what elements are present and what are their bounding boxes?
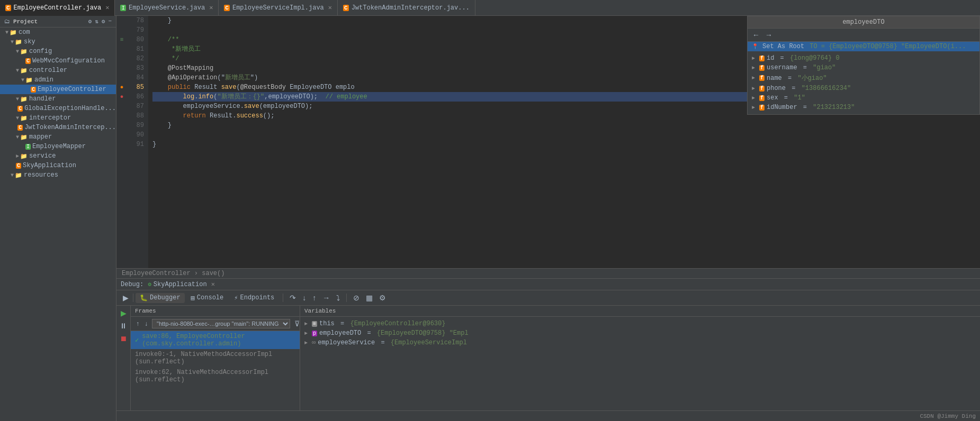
tab-label-2: EmployeeService.java [129, 4, 205, 12]
tree-item-sky-application[interactable]: C SkyApplication [0, 161, 116, 170]
tree-item-sky[interactable]: ▼ 📁 sky [0, 37, 116, 47]
tree-item-employee-controller[interactable]: C EmployeeController [0, 85, 116, 94]
var-item-this[interactable]: ► ≡ this = {EmployeeController@9630} [300, 319, 980, 328]
tree-item-global-exception[interactable]: C GlobalExceptionHandle... [0, 104, 116, 113]
tab-employee-controller[interactable]: C EmployeeController.java ✕ [0, 0, 115, 16]
tab-close-3[interactable]: ✕ [328, 4, 332, 12]
frame-item-0[interactable]: ✓ save:86, EmployeeController (com.sky.c… [131, 331, 300, 349]
settings-btn[interactable]: ⚙ [377, 292, 388, 303]
tree-item-handler[interactable]: ▼ 📁 handler [0, 94, 116, 104]
console-tab[interactable]: ▤ Console [187, 293, 228, 303]
tree-label-interceptor: interceptor [29, 114, 71, 122]
frame-filter-row: ↑ ↓ "http-nio-8080-exec-…group "main": R… [131, 317, 300, 331]
frame-filter-select[interactable]: "http-nio-8080-exec-…group "main": RUNNI… [152, 319, 290, 328]
endpoints-label: Endpoints [240, 294, 275, 301]
tree-item-controller[interactable]: ▼ 📁 controller [0, 66, 116, 75]
step-out-btn[interactable]: ↑ [310, 292, 318, 303]
tooltip-item-phone[interactable]: ► f phone = "13866616234" [748, 84, 979, 93]
tree-item-jwt[interactable]: C JwtTokenAdminIntercep... [0, 123, 116, 132]
code-editor: ≡ ● ● 78 79 80 [116, 16, 980, 278]
debug-app-close[interactable]: ✕ [211, 280, 215, 288]
tab-employee-service[interactable]: I EmployeeService.java ✕ [115, 0, 219, 16]
var-arrow-dto: ► [304, 331, 310, 336]
arrow-handler: ▼ [16, 96, 19, 102]
tree-item-service[interactable]: ► 📁 service [0, 151, 116, 161]
pause-btn[interactable]: ⏸ [119, 321, 128, 331]
tree-item-webmvc[interactable]: C WebMvcConfiguration [0, 56, 116, 66]
sidebar-settings-icon[interactable]: ⚙ [102, 18, 105, 25]
tab-close-1[interactable]: ✕ [105, 4, 109, 12]
debugger-tab[interactable]: 🐛 Debugger [136, 293, 185, 303]
var-icon-service: ∞ [312, 339, 316, 346]
console-label: Console [197, 294, 223, 301]
arrow-name: ► [752, 75, 757, 81]
tree-item-resources[interactable]: ▼ 📁 resources [0, 170, 116, 180]
step-over-btn[interactable]: ↷ [287, 292, 298, 303]
evaluate-btn[interactable]: ⤵ [334, 292, 342, 303]
step-into-btn[interactable]: ↓ [300, 292, 308, 303]
sidebar-filter-icon[interactable]: ⇅ [95, 18, 98, 25]
frame-down-btn[interactable]: ↓ [143, 319, 149, 328]
arrow-com: ▼ [5, 30, 8, 35]
tab-label-4: JwtTokenAdminInterceptor.jav... [352, 4, 470, 12]
arrow-sky: ▼ [11, 39, 14, 45]
frame-item-1[interactable]: invoke0:-1, NativeMethodAccessorImpl (su… [131, 349, 300, 367]
tooltip-item-sex[interactable]: ► f sex = "1" [748, 93, 979, 103]
frame-filter-btn[interactable]: ⊽ [293, 318, 300, 329]
frame-item-2[interactable]: invoke:62, NativeMethodAccessorImpl (sun… [131, 367, 300, 385]
tooltip-item-id[interactable]: ► f id = {long@9764} 0 [748, 53, 979, 63]
var-item-employeedto[interactable]: ► p employeeDTO = {EmployeeDTO@9758} "Em… [300, 328, 980, 338]
tooltip-item-username[interactable]: ► f username = "giao" [748, 63, 979, 72]
tree-item-com[interactable]: ▼ 📁 com [0, 28, 116, 37]
tooltip-set-as-root[interactable]: 📍 Set As Root TO = {EmployeeDTO@9758} "E… [748, 42, 979, 51]
endpoints-tab[interactable]: ⚡ Endpoints [230, 293, 278, 303]
main-area: 🗂 Project ⚙ ⇅ ⚙ − ▼ 📁 com ▼ 📁 sky ▼ 📁 [0, 16, 980, 421]
arrow-sex: ► [752, 95, 757, 101]
var-arrow-service: ► [304, 340, 310, 346]
frame-label-0: save:86, EmployeeController (com.sky.con… [142, 333, 295, 347]
frame-label-1: invoke0:-1, NativeMethodAccessorImpl (su… [135, 351, 295, 365]
run-cursor-btn[interactable]: → [320, 292, 332, 303]
debugger-label: Debugger [150, 294, 181, 301]
debugger-icon: 🐛 [140, 294, 148, 302]
tab-employee-service-impl[interactable]: C EmployeeServiceImpl.java ✕ [219, 0, 338, 16]
tooltip-forward-btn[interactable]: → [763, 30, 774, 40]
folder-mapper-icon: 📁 [20, 134, 28, 141]
var-item-service[interactable]: ► ∞ employeeService = {EmployeeServiceIm… [300, 338, 980, 347]
sidebar: 🗂 Project ⚙ ⇅ ⚙ − ▼ 📁 com ▼ 📁 sky ▼ 📁 [0, 16, 116, 421]
frame-up-btn[interactable]: ↑ [135, 319, 140, 328]
sidebar-gear-icon[interactable]: ⚙ [88, 18, 92, 25]
tooltip-item-name[interactable]: ► f name = "小giao" [748, 72, 979, 84]
folder-config-icon: 📁 [20, 48, 28, 55]
tab-label-1: EmployeeController.java [14, 4, 102, 12]
sidebar-minus-icon[interactable]: − [108, 18, 112, 25]
debug-tooltip: employeeDTO ← → 📍 Set As Root TO = {Empl… [747, 16, 980, 115]
debug-label: Debug: [121, 281, 143, 288]
resume-btn[interactable]: ▶ [121, 292, 131, 303]
tree-item-mapper[interactable]: ▼ 📁 mapper [0, 132, 116, 142]
mute-btn[interactable]: ⊘ [351, 292, 362, 303]
class-mapper-icon: I [25, 144, 31, 150]
tooltip-content: ► f id = {long@9764} 0 ► f username = "g… [748, 51, 979, 114]
tree-label-com: com [19, 29, 30, 36]
play-btn[interactable]: ▶ [120, 308, 128, 318]
arrow-config: ▼ [16, 49, 19, 54]
tree-item-interceptor[interactable]: ▼ 📁 interceptor [0, 113, 116, 123]
tooltip-back-btn[interactable]: ← [751, 30, 761, 40]
stop-btn[interactable]: ⏹ [119, 333, 128, 344]
tab-label-3: EmployeeServiceImpl.java [232, 4, 324, 12]
tree-item-admin[interactable]: ▼ 📁 admin [0, 75, 116, 85]
tree-item-config[interactable]: ▼ 📁 config [0, 47, 116, 56]
var-arrow-this: ► [304, 321, 310, 327]
tooltip-item-idnumber[interactable]: ► f idNumber = "213213213" [748, 103, 979, 112]
tree-label-service: service [29, 152, 56, 160]
sky-app-icon: ⚙ [148, 281, 151, 288]
folder-com-icon: 📁 [10, 29, 17, 36]
debug-app-tab[interactable]: ⚙ SkyApplication ✕ [148, 280, 215, 288]
tab-icon-c3: C [343, 5, 349, 11]
class-webmvc-icon: C [25, 58, 31, 64]
tab-close-2[interactable]: ✕ [209, 4, 213, 12]
layout-btn[interactable]: ▦ [364, 292, 375, 303]
tree-item-employee-mapper[interactable]: I EmployeeMapper [0, 142, 116, 151]
tab-jwt-token[interactable]: C JwtTokenAdminInterceptor.jav... [338, 0, 475, 16]
